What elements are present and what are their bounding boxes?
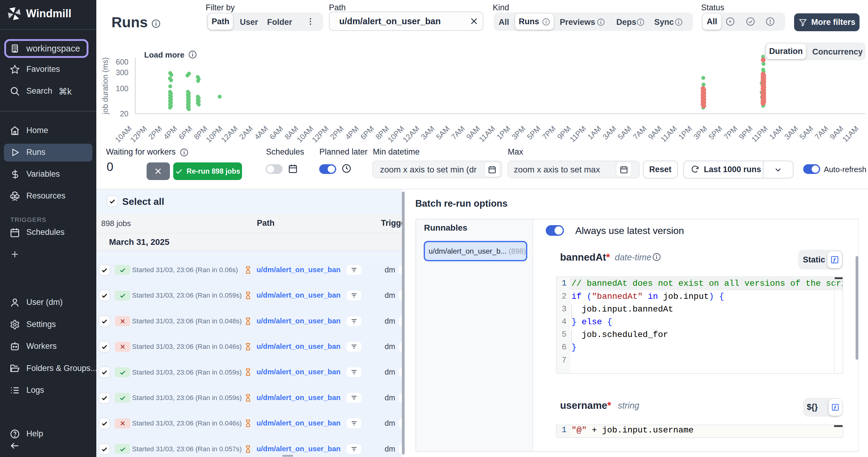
- svg-text:5AM: 5AM: [616, 124, 633, 141]
- svg-text:12AM: 12AM: [220, 124, 239, 144]
- svg-text:12AM: 12AM: [401, 124, 421, 144]
- svg-text:2PM: 2PM: [147, 124, 163, 141]
- svg-text:11PM: 11PM: [750, 124, 769, 144]
- svg-text:12PM: 12PM: [129, 124, 148, 144]
- svg-text:1AM: 1AM: [586, 124, 603, 141]
- svg-text:3AM: 3AM: [601, 124, 618, 141]
- svg-text:11PM: 11PM: [568, 124, 588, 144]
- svg-text:2PM: 2PM: [329, 124, 345, 141]
- svg-text:300: 300: [116, 68, 128, 77]
- svg-text:5AM: 5AM: [798, 124, 815, 141]
- svg-text:10AM: 10AM: [114, 124, 133, 144]
- svg-text:20: 20: [120, 109, 128, 118]
- svg-text:10PM: 10PM: [386, 124, 406, 144]
- svg-text:3PM: 3PM: [692, 124, 709, 141]
- svg-text:5AM: 5AM: [435, 124, 451, 141]
- svg-text:3AM: 3AM: [420, 124, 436, 141]
- svg-text:11AM: 11AM: [841, 124, 860, 144]
- svg-text:10PM: 10PM: [205, 124, 224, 144]
- svg-text:11AM: 11AM: [477, 124, 497, 144]
- svg-text:10AM: 10AM: [295, 124, 315, 144]
- svg-text:1PM: 1PM: [495, 124, 512, 141]
- svg-text:job duration (ms): job duration (ms): [101, 57, 109, 115]
- svg-text:600: 600: [116, 58, 128, 66]
- svg-text:3PM: 3PM: [510, 124, 527, 141]
- svg-text:5PM: 5PM: [525, 124, 542, 141]
- svg-text:3AM: 3AM: [783, 124, 800, 141]
- svg-text:4PM: 4PM: [344, 124, 361, 141]
- svg-text:7AM: 7AM: [450, 124, 466, 141]
- svg-text:7AM: 7AM: [631, 124, 648, 141]
- svg-text:2AM: 2AM: [238, 124, 254, 141]
- svg-text:100: 100: [116, 84, 128, 93]
- svg-text:6PM: 6PM: [177, 124, 194, 141]
- svg-text:11AM: 11AM: [659, 124, 678, 144]
- svg-text:7AM: 7AM: [813, 124, 830, 141]
- svg-text:1AM: 1AM: [768, 124, 784, 141]
- svg-text:7PM: 7PM: [722, 124, 739, 141]
- svg-text:6PM: 6PM: [359, 124, 376, 141]
- svg-text:4AM: 4AM: [253, 124, 270, 141]
- svg-text:5PM: 5PM: [707, 124, 724, 141]
- svg-text:6AM: 6AM: [268, 124, 285, 141]
- svg-text:12PM: 12PM: [310, 124, 330, 144]
- svg-text:7PM: 7PM: [540, 124, 557, 141]
- svg-text:1PM: 1PM: [677, 124, 693, 141]
- svg-text:4PM: 4PM: [162, 124, 179, 141]
